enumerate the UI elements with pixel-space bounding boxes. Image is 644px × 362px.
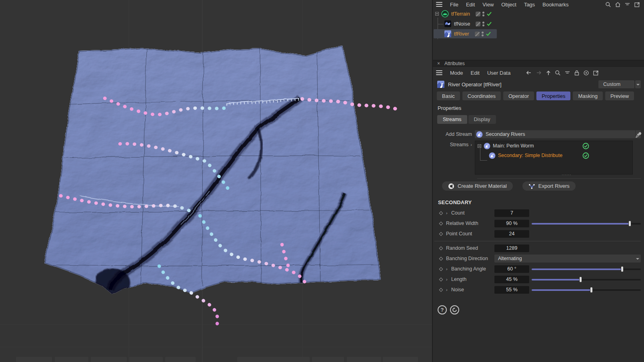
check-circle-icon[interactable] bbox=[582, 143, 589, 149]
reset-icon[interactable] bbox=[450, 305, 459, 314]
param-label: Banching Direction bbox=[446, 256, 488, 261]
banching-angle-slider[interactable] bbox=[532, 266, 641, 272]
key-diamond-icon[interactable] bbox=[439, 277, 443, 281]
preset-select[interactable]: Custom bbox=[598, 80, 634, 88]
streams-treebox[interactable]: Main: Perlin Worm Secondary: Simple Dist… bbox=[475, 141, 633, 175]
expand-arrow-icon[interactable] bbox=[446, 267, 451, 271]
tab-operator[interactable]: Operator bbox=[503, 91, 534, 100]
object-name[interactable]: tfNoise bbox=[454, 21, 470, 27]
key-diamond-icon[interactable] bbox=[439, 211, 443, 215]
menu-bookmarks[interactable]: Bookmarks bbox=[542, 2, 568, 8]
search-icon[interactable] bbox=[555, 70, 561, 76]
popout-icon[interactable] bbox=[634, 2, 640, 8]
menu-view[interactable]: View bbox=[482, 2, 494, 8]
filter-icon[interactable] bbox=[624, 2, 630, 8]
object-manager-tree: tfTerrain tfNoise bbox=[433, 9, 644, 60]
key-diamond-icon[interactable] bbox=[439, 267, 443, 271]
visibility-dots-icon[interactable] bbox=[482, 32, 484, 36]
close-icon[interactable] bbox=[437, 61, 440, 66]
expand-arrow-icon[interactable] bbox=[446, 287, 451, 292]
stream-icon bbox=[489, 152, 496, 159]
visibility-dots-icon[interactable] bbox=[482, 22, 484, 26]
eyedropper-icon[interactable] bbox=[635, 132, 642, 138]
noise-slider[interactable] bbox=[532, 287, 641, 293]
collapse-icon[interactable] bbox=[478, 144, 481, 148]
length-slider[interactable] bbox=[532, 276, 641, 282]
stream-name[interactable]: Secondary: Simple Distribute bbox=[498, 153, 562, 158]
object-manager-menubar: File Edit View Object Tags Bookmarks bbox=[433, 0, 644, 9]
expand-arrow-icon[interactable] bbox=[446, 211, 451, 215]
key-diamond-icon[interactable] bbox=[439, 257, 443, 261]
key-diamond-icon[interactable] bbox=[439, 221, 443, 225]
menu-user-data[interactable]: User Data bbox=[487, 70, 511, 76]
filter-icon[interactable] bbox=[564, 70, 570, 76]
menu-file[interactable]: File bbox=[450, 2, 458, 8]
hamburger-icon[interactable] bbox=[436, 1, 442, 8]
help-icon[interactable]: ? bbox=[438, 305, 447, 314]
tab-preview[interactable]: Preview bbox=[605, 91, 634, 100]
lock-icon[interactable] bbox=[574, 70, 580, 76]
back-arrow-icon[interactable] bbox=[526, 70, 532, 76]
layer-chip-icon[interactable] bbox=[475, 32, 480, 36]
tab-masking[interactable]: Masking bbox=[573, 91, 602, 100]
add-stream-select[interactable]: Secondary Rivers bbox=[475, 130, 641, 138]
object-name[interactable]: tfRiver bbox=[454, 31, 469, 37]
menu-edit[interactable]: Edit bbox=[466, 2, 475, 8]
param-label: Length bbox=[451, 276, 466, 282]
enabled-check-icon[interactable] bbox=[486, 31, 491, 36]
target-icon[interactable] bbox=[583, 70, 589, 76]
properties-heading: Properties bbox=[433, 100, 644, 111]
viewport-3d[interactable] bbox=[0, 0, 432, 362]
banching-direction-select[interactable]: Alternating bbox=[494, 255, 641, 263]
tab-coordinates[interactable]: Coordinates bbox=[462, 91, 501, 100]
up-arrow-icon[interactable] bbox=[546, 70, 551, 76]
key-diamond-icon[interactable] bbox=[439, 232, 443, 236]
count-input[interactable]: 7 bbox=[494, 209, 529, 217]
hamburger-icon[interactable] bbox=[436, 69, 442, 76]
terrain-mesh[interactable] bbox=[44, 46, 381, 297]
popout-icon[interactable] bbox=[593, 70, 599, 76]
relative-width-slider[interactable] bbox=[532, 221, 641, 227]
enabled-check-icon[interactable] bbox=[486, 21, 492, 26]
key-diamond-icon[interactable] bbox=[439, 288, 443, 292]
menu-object[interactable]: Object bbox=[501, 2, 516, 8]
tab-basic[interactable]: Basic bbox=[437, 91, 460, 100]
home-icon[interactable] bbox=[615, 2, 621, 8]
object-row-tfnoise[interactable]: tfNoise bbox=[433, 19, 644, 29]
layer-chip-icon[interactable] bbox=[476, 22, 480, 26]
object-name[interactable]: tfTerrain bbox=[451, 11, 470, 17]
tab-properties[interactable]: Properties bbox=[536, 91, 570, 100]
stream-row-main[interactable]: Main: Perlin Worm bbox=[475, 141, 632, 151]
banching-angle-input[interactable]: 60 ° bbox=[494, 265, 529, 273]
resize-handle[interactable] bbox=[562, 173, 571, 176]
length-input[interactable]: 45 % bbox=[494, 276, 529, 283]
menu-mode[interactable]: Mode bbox=[450, 70, 463, 76]
collapse-icon[interactable] bbox=[435, 12, 439, 16]
menu-tags[interactable]: Tags bbox=[524, 2, 535, 8]
layer-chip-icon[interactable] bbox=[476, 12, 480, 16]
object-row-tfriver[interactable]: tfRiver bbox=[433, 29, 644, 39]
stream-name[interactable]: Main: Perlin Worm bbox=[493, 143, 534, 149]
menu-edit[interactable]: Edit bbox=[471, 70, 480, 76]
subtab-display[interactable]: Display bbox=[468, 115, 496, 124]
key-diamond-icon[interactable] bbox=[439, 246, 443, 250]
check-circle-icon[interactable] bbox=[582, 152, 589, 159]
search-icon[interactable] bbox=[605, 2, 611, 8]
relative-width-input[interactable]: 90 % bbox=[494, 220, 529, 227]
forward-arrow-icon[interactable] bbox=[536, 70, 542, 76]
preset-dropdown-arrow-icon[interactable] bbox=[635, 80, 641, 88]
param-label: Noise bbox=[451, 287, 464, 292]
enabled-check-icon[interactable] bbox=[486, 11, 492, 16]
subtab-streams[interactable]: Streams bbox=[437, 115, 467, 124]
object-row-tfterrain[interactable]: tfTerrain bbox=[433, 9, 644, 19]
create-river-material-button[interactable]: Create River Material bbox=[442, 181, 513, 191]
export-rivers-button[interactable]: Export Rivers bbox=[522, 181, 576, 191]
visibility-dots-icon[interactable] bbox=[482, 12, 484, 16]
noise-input[interactable]: 55 % bbox=[494, 286, 529, 294]
point-count-input[interactable]: 24 bbox=[494, 230, 529, 238]
param-row-relative-width: Relative Width 90 % bbox=[433, 218, 644, 229]
random-seed-input[interactable]: 1289 bbox=[494, 245, 529, 252]
stream-row-secondary[interactable]: Secondary: Simple Distribute bbox=[475, 151, 632, 160]
expand-arrow-icon[interactable] bbox=[470, 141, 472, 149]
expand-arrow-icon[interactable] bbox=[446, 277, 451, 282]
